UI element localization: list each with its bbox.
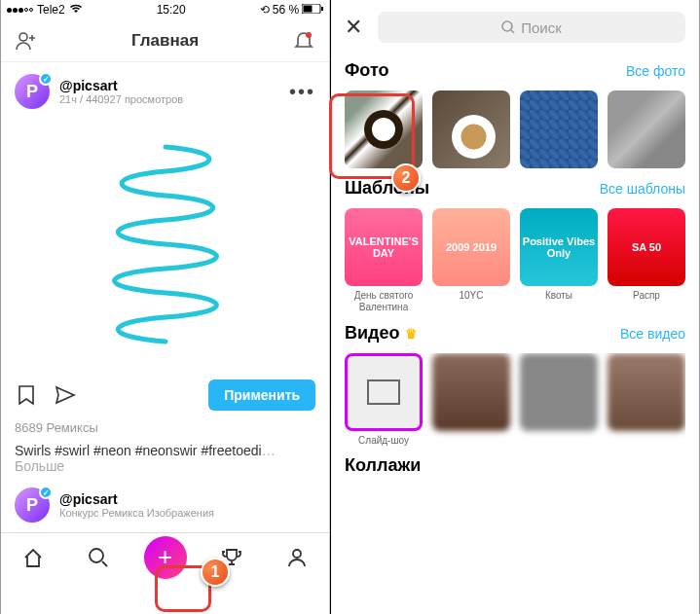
photo-thumb[interactable] [345, 90, 423, 168]
post-subtitle: 21ч / 440927 просмотров [59, 93, 279, 105]
svg-rect-2 [321, 7, 323, 11]
photos-section: Фото Все фото [331, 54, 699, 172]
verified-icon: ✓ [39, 486, 53, 499]
collages-section: Коллажи [331, 450, 699, 489]
main-screen: Tele2 15:20 ⟲ 56 % Главная P✓ @picsart [0, 0, 330, 614]
share-icon[interactable] [54, 383, 77, 407]
remix-count[interactable]: 8689 Ремиксы [1, 416, 329, 439]
avatar[interactable]: P✓ [15, 74, 50, 109]
battery-label: 56 % [273, 3, 299, 17]
all-templates-link[interactable]: Все шаблоны [600, 181, 685, 197]
home-icon[interactable] [14, 538, 53, 577]
notifications-icon[interactable] [292, 29, 315, 53]
signal-icon [7, 8, 33, 13]
orientation-lock-icon: ⟲ [260, 3, 270, 17]
bottom-nav: + [1, 532, 329, 581]
all-videos-link[interactable]: Все видео [620, 326, 685, 342]
svg-point-6 [293, 550, 301, 558]
bookmark-icon[interactable] [15, 383, 38, 407]
post-caption: Swirls #swirl #neon #neonswir #freetoedi… [1, 439, 329, 478]
section-title: Коллажи [345, 455, 421, 476]
video-card[interactable]: Слайд-шоу [345, 353, 423, 446]
video-card[interactable] [608, 353, 685, 446]
section-title: Видео ♛ [345, 323, 418, 343]
template-card[interactable]: Positive Vibes OnlyКвоты [520, 208, 598, 313]
svg-point-5 [90, 549, 103, 562]
svg-point-3 [19, 33, 27, 41]
template-card[interactable]: VALENTINE'S DAYДень святого Валентина [345, 208, 423, 313]
battery-icon [302, 3, 323, 17]
search-icon [501, 20, 515, 34]
create-picker-screen: ✕ Поиск Фото Все фото Шаблоны Все шаблон… [331, 0, 700, 614]
carrier-label: Tele2 [37, 3, 65, 17]
video-card[interactable] [432, 353, 510, 446]
add-user-icon[interactable] [15, 29, 38, 53]
photo-thumb[interactable] [432, 90, 510, 168]
callout-badge: 2 [391, 163, 421, 193]
crown-icon: ♛ [405, 326, 418, 342]
app-header: Главная [1, 19, 329, 62]
username[interactable]: @picsart [59, 78, 279, 93]
avatar[interactable]: P✓ [15, 488, 50, 523]
post-subtitle: Конкурс Ремикса Изображения [59, 507, 315, 519]
svg-rect-1 [304, 6, 313, 13]
templates-section: Шаблоны Все шаблоны VALENTINE'S DAYДень … [331, 172, 699, 317]
all-photos-link[interactable]: Все фото [626, 63, 685, 79]
video-card[interactable] [520, 353, 598, 446]
time-label: 15:20 [157, 3, 186, 17]
search-icon[interactable] [79, 538, 118, 577]
callout-badge: 1 [201, 558, 230, 587]
template-card[interactable]: SA 50Распр [608, 208, 685, 313]
verified-icon: ✓ [39, 72, 53, 86]
feed-post: P✓ @picsart 21ч / 440927 просмотров ••• [1, 62, 329, 115]
feed-post: P✓ @picsart Конкурс Ремикса Изображения [1, 478, 329, 532]
create-button[interactable]: + [144, 536, 187, 579]
close-icon[interactable]: ✕ [345, 15, 368, 40]
more-icon[interactable]: ••• [289, 81, 315, 103]
page-title: Главная [131, 31, 199, 51]
profile-icon[interactable] [277, 538, 316, 577]
photo-thumb[interactable] [520, 90, 598, 168]
svg-point-4 [306, 32, 312, 38]
post-image[interactable] [1, 123, 329, 366]
apply-button[interactable]: Применить [208, 379, 315, 411]
template-card[interactable]: 2009 201910YC [432, 208, 510, 313]
username[interactable]: @picsart [59, 491, 315, 507]
videos-section: Видео ♛ Все видео Слайд-шоу [331, 317, 699, 450]
svg-point-7 [502, 21, 512, 31]
photo-thumb[interactable] [608, 90, 685, 168]
wifi-icon [69, 3, 83, 17]
section-title: Фото [345, 60, 388, 81]
status-bar: Tele2 15:20 ⟲ 56 % [1, 0, 329, 19]
search-input[interactable]: Поиск [378, 12, 685, 43]
